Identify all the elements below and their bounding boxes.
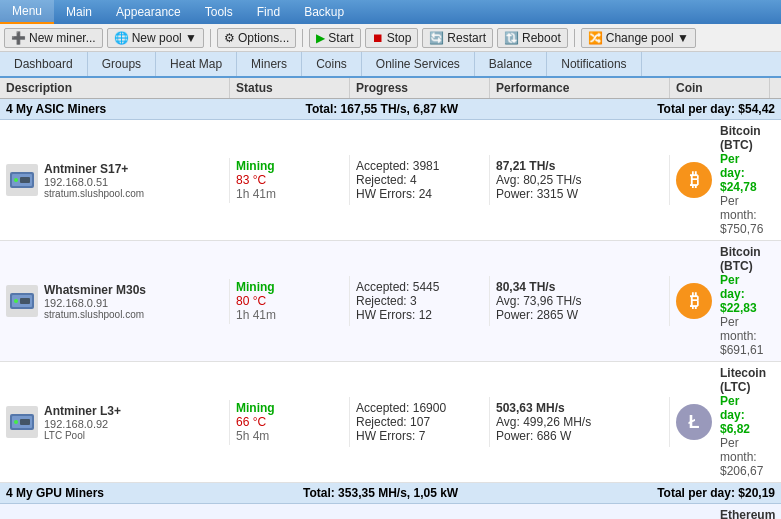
- col-progress: Progress: [350, 78, 490, 98]
- perf2-s17: Avg: 80,25 TH/s: [496, 173, 663, 187]
- perf1-l3: 503,63 MH/s: [496, 401, 663, 415]
- miner-coin-l3: Ł Litecoin (LTC) Per day: $6,82 Per mont…: [670, 362, 770, 482]
- tab-notifications[interactable]: Notifications: [547, 52, 641, 76]
- menu-item-menu[interactable]: Menu: [0, 0, 54, 24]
- reboot-button[interactable]: 🔃 Reboot: [497, 28, 568, 48]
- start-icon: ▶: [316, 31, 325, 45]
- change-pool-icon: 🔀: [588, 31, 603, 45]
- reboot-label: Reboot: [522, 31, 561, 45]
- miner-perf-s17: 87,21 TH/s Avg: 80,25 TH/s Power: 3315 W: [490, 155, 670, 205]
- svg-rect-3: [20, 177, 30, 183]
- coin-icon-btc-s17: ₿: [676, 162, 712, 198]
- rejected-l3: Rejected: 107: [356, 415, 483, 429]
- miner-coin-m30s: ₿ Bitcoin (BTC) Per day: $22,83 Per mont…: [670, 241, 770, 361]
- accepted-m30s: Accepted: 5445: [356, 280, 483, 294]
- status-mining-s17: Mining: [236, 159, 343, 173]
- menu-item-tools[interactable]: Tools: [193, 0, 245, 24]
- coin-day-l3: Per day: $6,82: [720, 394, 766, 436]
- hwerrors-m30s: HW Errors: 12: [356, 308, 483, 322]
- new-pool-label: New pool ▼: [132, 31, 197, 45]
- tab-coins[interactable]: Coins: [302, 52, 362, 76]
- perf3-l3: Power: 686 W: [496, 429, 663, 443]
- miner-coin-s17: ₿ Bitcoin (BTC) Per day: $24,78 Per mont…: [670, 120, 770, 240]
- coin-month-m30s: Per month: $691,61: [720, 315, 764, 357]
- coin-month-s17: Per month: $750,76: [720, 194, 764, 236]
- tab-dashboard[interactable]: Dashboard: [0, 52, 88, 76]
- svg-rect-11: [20, 419, 30, 425]
- new-pool-button[interactable]: 🌐 New pool ▼: [107, 28, 204, 48]
- miner-ip-s17: 192.168.0.51: [44, 176, 144, 188]
- change-pool-label: Change pool ▼: [606, 31, 689, 45]
- miner-icon-l3: [6, 406, 38, 438]
- new-miner-button[interactable]: ➕ New miner...: [4, 28, 103, 48]
- miner-coin-eth-gpu: Ξ Ethereum (ETH) Per day: $20,19 Per mon…: [670, 504, 770, 519]
- perf2-l3: Avg: 499,26 MH/s: [496, 415, 663, 429]
- miner-progress-s17: Accepted: 3981 Rejected: 4 HW Errors: 24: [350, 155, 490, 205]
- miner-description-s17: Antminer S17+ 192.168.0.51 stratum.slush…: [0, 158, 230, 203]
- menu-item-main[interactable]: Main: [54, 0, 104, 24]
- svg-point-10: [14, 420, 18, 424]
- accepted-l3: Accepted: 16900: [356, 401, 483, 415]
- tab-online-services[interactable]: Online Services: [362, 52, 475, 76]
- menu-item-backup[interactable]: Backup: [292, 0, 356, 24]
- coin-info-s17: Bitcoin (BTC) Per day: $24,78 Per month:…: [720, 124, 764, 236]
- tab-miners[interactable]: Miners: [237, 52, 302, 76]
- miner-row-whatsminer-m30s[interactable]: Whatsminer M30s 192.168.0.91 stratum.slu…: [0, 241, 781, 362]
- perf3-m30s: Power: 2865 W: [496, 308, 663, 322]
- coin-info-eth-gpu: Ethereum (ETH) Per day: $20,19 Per month…: [720, 508, 775, 519]
- coin-info-l3: Litecoin (LTC) Per day: $6,82 Per month:…: [720, 366, 766, 478]
- miner-info-l3: Antminer L3+ 192.168.0.92 LTC Pool: [44, 404, 121, 441]
- perf2-m30s: Avg: 73,96 TH/s: [496, 294, 663, 308]
- miner-info-s17: Antminer S17+ 192.168.0.51 stratum.slush…: [44, 162, 144, 199]
- miner-row-antminer-l3[interactable]: Antminer L3+ 192.168.0.92 LTC Pool Minin…: [0, 362, 781, 483]
- change-pool-button[interactable]: 🔀 Change pool ▼: [581, 28, 696, 48]
- col-performance: Performance: [490, 78, 670, 98]
- stop-button[interactable]: ⏹ Stop: [365, 28, 419, 48]
- status-uptime-s17: 1h 41m: [236, 187, 343, 201]
- tab-heat-map[interactable]: Heat Map: [156, 52, 237, 76]
- miner-info-m30s: Whatsminer M30s 192.168.0.91 stratum.slu…: [44, 283, 146, 320]
- miner-row-eth-gpu[interactable]: Ethereum GPU miner RemoteMiner #1 Nanopo…: [0, 504, 781, 519]
- gpu-section-header: 4 My GPU Miners Total: 353,35 MH/s, 1,05…: [0, 483, 781, 504]
- status-temp-s17: 83 °C: [236, 173, 343, 187]
- miner-perf-l3: 503,63 MH/s Avg: 499,26 MH/s Power: 686 …: [490, 397, 670, 447]
- tab-balance[interactable]: Balance: [475, 52, 547, 76]
- miner-progress-l3: Accepted: 16900 Rejected: 107 HW Errors:…: [350, 397, 490, 447]
- add-icon: ➕: [11, 31, 26, 45]
- start-button[interactable]: ▶ Start: [309, 28, 360, 48]
- coin-icon-btc-m30s: ₿: [676, 283, 712, 319]
- status-mining-m30s: Mining: [236, 280, 343, 294]
- menu-item-appearance[interactable]: Appearance: [104, 0, 193, 24]
- miner-icon-m30s: [6, 285, 38, 317]
- toolbar-separator-1: [210, 29, 211, 47]
- miner-row-antminer-s17[interactable]: Antminer S17+ 192.168.0.51 stratum.slush…: [0, 120, 781, 241]
- accepted-s17: Accepted: 3981: [356, 159, 483, 173]
- asic-section-header: 4 My ASIC Miners Total: 167,55 TH/s, 6,8…: [0, 99, 781, 120]
- reboot-icon: 🔃: [504, 31, 519, 45]
- restart-button[interactable]: 🔄 Restart: [422, 28, 493, 48]
- perf1-s17: 87,21 TH/s: [496, 159, 663, 173]
- miner-ip-l3: 192.168.0.92: [44, 418, 121, 430]
- miner-pool-m30s: stratum.slushpool.com: [44, 309, 146, 320]
- menu-item-find[interactable]: Find: [245, 0, 292, 24]
- stop-label: Stop: [387, 31, 412, 45]
- options-label: Options...: [238, 31, 289, 45]
- new-miner-label: New miner...: [29, 31, 96, 45]
- coin-name-l3: Litecoin (LTC): [720, 366, 766, 394]
- status-uptime-l3: 5h 4m: [236, 429, 343, 443]
- miner-status-l3: Mining 66 °C 5h 4m: [230, 397, 350, 447]
- restart-label: Restart: [447, 31, 486, 45]
- coin-info-m30s: Bitcoin (BTC) Per day: $22,83 Per month:…: [720, 245, 764, 357]
- miner-description-m30s: Whatsminer M30s 192.168.0.91 stratum.slu…: [0, 279, 230, 324]
- miner-name-l3: Antminer L3+: [44, 404, 121, 418]
- asic-section-total: Total: 167,55 TH/s, 6,87 kW: [305, 102, 458, 116]
- svg-point-6: [14, 299, 18, 303]
- pool-icon: 🌐: [114, 31, 129, 45]
- nav-tabs: Dashboard Groups Heat Map Miners Coins O…: [0, 52, 781, 78]
- options-button[interactable]: ⚙ Options...: [217, 28, 296, 48]
- miner-progress-m30s: Accepted: 5445 Rejected: 3 HW Errors: 12: [350, 276, 490, 326]
- miner-pool-s17: stratum.slushpool.com: [44, 188, 144, 199]
- toolbar-separator-2: [302, 29, 303, 47]
- hwerrors-l3: HW Errors: 7: [356, 429, 483, 443]
- tab-groups[interactable]: Groups: [88, 52, 156, 76]
